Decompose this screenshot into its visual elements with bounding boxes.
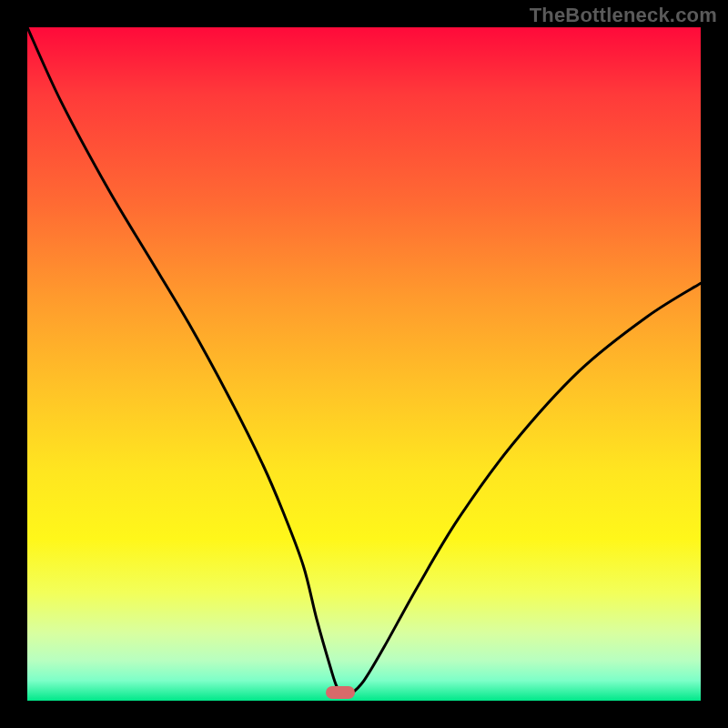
watermark-label: TheBottleneck.com	[530, 4, 717, 27]
minimum-marker	[326, 686, 355, 699]
bottleneck-curve	[27, 27, 701, 701]
chart-frame: TheBottleneck.com	[0, 0, 728, 728]
plot-area	[27, 27, 701, 701]
